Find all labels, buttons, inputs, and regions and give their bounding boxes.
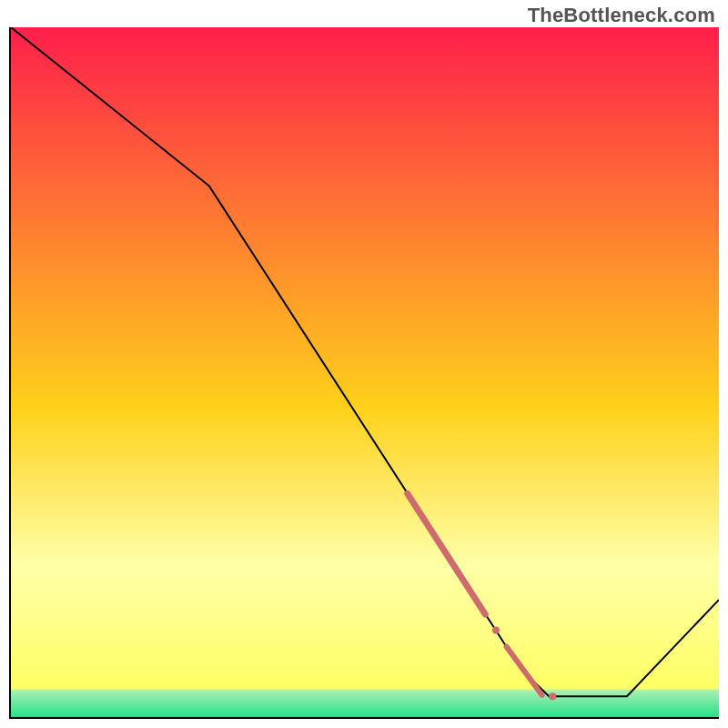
plot-area [9, 27, 719, 719]
watermark-text: TheBottleneck.com [528, 4, 715, 27]
chart-overlay [11, 27, 719, 717]
highlight-segment [507, 647, 542, 695]
chart-container: TheBottleneck.com [0, 0, 728, 728]
highlight-group [408, 493, 552, 696]
highlight-segment [408, 493, 486, 614]
curve-line [11, 27, 719, 696]
